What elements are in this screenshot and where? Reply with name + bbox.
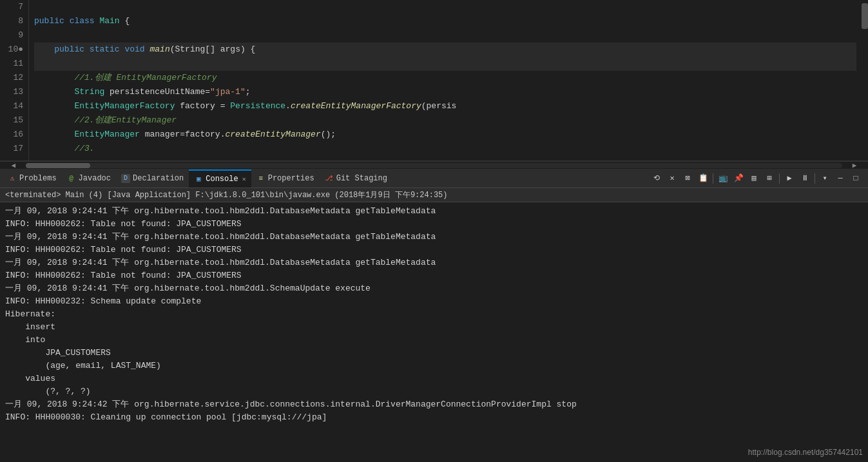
tabs-panel: ⚠ Problems @ Javadoc D Declaration ▣ Con… [0, 169, 868, 188]
tab-list: ⚠ Problems @ Javadoc D Declaration ▣ Con… [3, 169, 650, 188]
line-num-15: 15 [5, 113, 23, 128]
console-area: <terminated> Main (4) [Java Application]… [0, 188, 868, 462]
scroll-thumb[interactable] [862, 3, 868, 29]
console-line-8: INFO: HHH000232: Schema update complete [5, 295, 863, 308]
console-line-2: INFO: HHH000262: Table not found: JPA_CU… [5, 218, 863, 231]
console-header-text: <terminated> Main (4) [Java Application]… [5, 191, 448, 200]
toolbar-btn-maximize[interactable]: □ [849, 171, 863, 186]
console-output[interactable]: 一月 09, 2018 9:24:41 下午 org.hibernate.too… [0, 202, 868, 457]
git-icon: ⎇ [325, 174, 334, 183]
console-line-10: insert [5, 321, 863, 334]
vertical-scrollbar[interactable] [862, 0, 868, 160]
console-line-15: (?, ?, ?) [5, 385, 863, 398]
line-num-11: 11 [5, 57, 23, 71]
tab-declaration[interactable]: D Declaration [116, 169, 189, 188]
code-line-15: //2.创建EntityManager [34, 113, 856, 128]
code-line-9 [34, 28, 856, 43]
code-line-16: EntityManager manager=factory.createEnti… [34, 128, 856, 142]
console-line-6: INFO: HHH000262: Table not found: JPA_CU… [5, 269, 863, 282]
toolbar-btn-open-console[interactable]: 📺 [716, 171, 730, 186]
toolbar-sep-1 [713, 173, 713, 184]
console-line-11: into [5, 334, 863, 347]
tab-console-label: Console [206, 175, 238, 184]
toolbar-sep-2 [779, 173, 780, 184]
tab-console[interactable]: ▣ Console ✕ [189, 169, 251, 188]
toolbar-btn-stop[interactable]: ✕ [665, 171, 679, 186]
toolbar-btn-pin[interactable]: 📌 [731, 171, 746, 186]
scrollbar-track[interactable] [26, 163, 843, 168]
tab-javadoc-label: Javadoc [79, 174, 111, 183]
tab-properties[interactable]: ≡ Properties [251, 169, 320, 188]
line-num-16: 16 [5, 128, 23, 142]
code-line-14: EntityManagerFactory factory = Persisten… [34, 99, 856, 113]
line-numbers: 7 8 9 10● 11 12 13 14 15 16 17 [0, 0, 29, 160]
code-line-10: public static void main(String[] args) { [34, 43, 856, 57]
console-line-17: INFO: HHH000030: Cleaning up connection … [5, 411, 863, 424]
toolbar-btn-view-menu[interactable]: ▾ [818, 171, 832, 186]
tab-problems-label: Problems [19, 174, 57, 183]
tabs-toolbar: ⟲ ✕ ⊠ 📋 📺 📌 ▤ ⊞ ▶ ⏸ ▾ ─ □ [650, 171, 865, 186]
line-num-10: 10● [5, 43, 23, 57]
line-num-7: 7 [5, 0, 23, 14]
toolbar-btn-run[interactable]: ▶ [782, 171, 796, 186]
line-num-17: 17 [5, 142, 23, 156]
line-num-8: 8 [5, 14, 23, 28]
tab-javadoc[interactable]: @ Javadoc [62, 169, 116, 188]
toolbar-btn-remove[interactable]: ⊠ [680, 171, 695, 186]
code-horizontal-scrollbar[interactable]: ◀ ▶ [0, 161, 868, 169]
toolbar-btn-pause[interactable]: ⏸ [798, 171, 812, 186]
toolbar-btn-scroll-lock[interactable]: ⟲ [650, 171, 664, 186]
code-line-12: //1.创建 EntityManagerFactory [34, 71, 856, 85]
console-icon: ▣ [194, 175, 203, 184]
line-num-12: 12 [5, 71, 23, 85]
javadoc-icon: @ [67, 174, 76, 183]
tab-properties-label: Properties [268, 174, 314, 183]
console-line-12: JPA_CUSTOMERS [5, 347, 863, 360]
console-line-14: values [5, 372, 863, 385]
tab-git-label: Git Staging [336, 174, 387, 183]
console-line-4: INFO: HHH000262: Table not found: JPA_CU… [5, 244, 863, 256]
console-tab-marker: ✕ [242, 175, 246, 183]
declaration-icon: D [121, 174, 130, 183]
scrollbar-thumb[interactable] [26, 163, 90, 168]
code-area: 7 8 9 10● 11 12 13 14 15 16 17 public cl… [0, 0, 868, 160]
toolbar-btn-new-console[interactable]: ⊞ [762, 171, 776, 186]
problems-icon: ⚠ [8, 174, 17, 183]
tab-declaration-label: Declaration [133, 174, 184, 183]
code-line-8: public class Main { [34, 14, 856, 28]
toolbar-sep-3 [815, 173, 815, 184]
console-line-9: Hibernate: [5, 308, 863, 321]
line-num-9: 9 [5, 28, 23, 43]
toolbar-btn-copy[interactable]: 📋 [696, 171, 710, 186]
console-line-7: 一月 09, 2018 9:24:41 下午 org.hibernate.too… [5, 282, 863, 295]
line-num-14: 14 [5, 99, 23, 113]
console-line-5: 一月 09, 2018 9:24:41 下午 org.hibernate.too… [5, 256, 863, 269]
console-line-3: 一月 09, 2018 9:24:41 下午 org.hibernate.too… [5, 231, 863, 244]
console-line-13: (age, email, LAST_NAME) [5, 360, 863, 372]
code-content[interactable]: public class Main { public static void m… [29, 0, 862, 160]
code-editor: 7 8 9 10● 11 12 13 14 15 16 17 public cl… [0, 0, 868, 161]
code-line-17: //3. [34, 142, 856, 156]
tab-git[interactable]: ⎇ Git Staging [320, 169, 392, 188]
toolbar-btn-minimize[interactable]: ─ [833, 171, 847, 186]
toolbar-btn-display[interactable]: ▤ [747, 171, 761, 186]
console-line-1: 一月 09, 2018 9:24:41 下午 org.hibernate.too… [5, 205, 863, 218]
code-editor-wrapper: 7 8 9 10● 11 12 13 14 15 16 17 public cl… [0, 0, 868, 462]
code-line-7 [34, 0, 856, 14]
code-line-13: String persistenceUnitName="jpa-1"; [34, 85, 856, 99]
code-line-11 [34, 57, 856, 71]
line-num-13: 13 [5, 85, 23, 99]
console-header: <terminated> Main (4) [Java Application]… [0, 188, 868, 202]
properties-icon: ≡ [256, 174, 265, 183]
tab-problems[interactable]: ⚠ Problems [3, 169, 62, 188]
console-line-16: 一月 09, 2018 9:24:42 下午 org.hibernate.ser… [5, 398, 863, 411]
watermark: http://blog.csdn.net/dg357442101 [748, 448, 863, 457]
